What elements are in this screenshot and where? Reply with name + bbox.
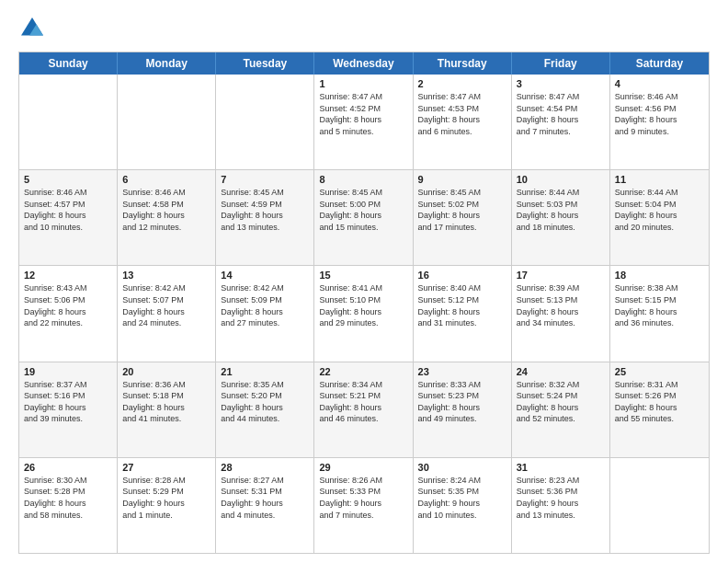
day-info-12: Sunrise: 8:43 AM Sunset: 5:06 PM Dayligh…: [24, 282, 112, 328]
page: SundayMondayTuesdayWednesdayThursdayFrid…: [0, 0, 728, 563]
day-number-30: 30: [418, 462, 506, 473]
day-number-12: 12: [24, 270, 112, 281]
calendar-cell-26: 26Sunrise: 8:30 AM Sunset: 5:28 PM Dayli…: [19, 458, 118, 553]
day-info-3: Sunrise: 8:47 AM Sunset: 4:54 PM Dayligh…: [517, 91, 605, 137]
calendar-cell-15: 15Sunrise: 8:41 AM Sunset: 5:10 PM Dayli…: [314, 266, 413, 361]
day-info-15: Sunrise: 8:41 AM Sunset: 5:10 PM Dayligh…: [319, 282, 407, 328]
day-info-22: Sunrise: 8:34 AM Sunset: 5:21 PM Dayligh…: [319, 379, 407, 425]
calendar-cell-6: 6Sunrise: 8:46 AM Sunset: 4:58 PM Daylig…: [118, 170, 216, 265]
day-info-13: Sunrise: 8:42 AM Sunset: 5:07 PM Dayligh…: [122, 282, 210, 328]
day-number-20: 20: [122, 366, 210, 377]
day-number-15: 15: [319, 270, 407, 281]
logo-icon: [18, 15, 46, 42]
day-number-16: 16: [418, 270, 506, 281]
calendar-cell-7: 7Sunrise: 8:45 AM Sunset: 4:59 PM Daylig…: [216, 170, 314, 265]
day-number-14: 14: [221, 270, 309, 281]
day-number-29: 29: [319, 462, 407, 473]
day-number-19: 19: [24, 366, 112, 377]
day-info-30: Sunrise: 8:24 AM Sunset: 5:35 PM Dayligh…: [418, 475, 506, 521]
day-info-6: Sunrise: 8:46 AM Sunset: 4:58 PM Dayligh…: [122, 187, 210, 233]
calendar-cell-31: 31Sunrise: 8:23 AM Sunset: 5:36 PM Dayli…: [512, 458, 610, 553]
calendar-cell-11: 11Sunrise: 8:44 AM Sunset: 5:04 PM Dayli…: [610, 170, 709, 265]
calendar-cell-17: 17Sunrise: 8:39 AM Sunset: 5:13 PM Dayli…: [512, 266, 610, 361]
calendar-cell-19: 19Sunrise: 8:37 AM Sunset: 5:16 PM Dayli…: [19, 362, 118, 457]
day-number-9: 9: [418, 174, 506, 185]
day-info-7: Sunrise: 8:45 AM Sunset: 4:59 PM Dayligh…: [221, 187, 309, 233]
day-info-16: Sunrise: 8:40 AM Sunset: 5:12 PM Dayligh…: [418, 282, 506, 328]
day-number-10: 10: [517, 174, 605, 185]
day-info-18: Sunrise: 8:38 AM Sunset: 5:15 PM Dayligh…: [615, 282, 704, 328]
day-number-21: 21: [221, 366, 309, 377]
calendar-cell-empty-0-0: [19, 75, 118, 169]
day-info-27: Sunrise: 8:28 AM Sunset: 5:29 PM Dayligh…: [122, 475, 210, 521]
day-number-22: 22: [319, 366, 407, 377]
day-info-28: Sunrise: 8:27 AM Sunset: 5:31 PM Dayligh…: [221, 475, 309, 521]
calendar-cell-22: 22Sunrise: 8:34 AM Sunset: 5:21 PM Dayli…: [314, 362, 413, 457]
header-day-saturday: Saturday: [610, 52, 709, 75]
day-number-24: 24: [517, 366, 605, 377]
logo: [18, 15, 50, 42]
calendar-cell-25: 25Sunrise: 8:31 AM Sunset: 5:26 PM Dayli…: [610, 362, 709, 457]
day-number-7: 7: [221, 174, 309, 185]
calendar-row-5: 26Sunrise: 8:30 AM Sunset: 5:28 PM Dayli…: [19, 457, 709, 553]
header-day-monday: Monday: [118, 52, 216, 75]
calendar-cell-9: 9Sunrise: 8:45 AM Sunset: 5:02 PM Daylig…: [414, 170, 512, 265]
calendar-cell-1: 1Sunrise: 8:47 AM Sunset: 4:52 PM Daylig…: [314, 75, 413, 169]
calendar-row-1: 1Sunrise: 8:47 AM Sunset: 4:52 PM Daylig…: [19, 75, 709, 169]
calendar-cell-4: 4Sunrise: 8:46 AM Sunset: 4:56 PM Daylig…: [610, 75, 709, 169]
calendar-cell-16: 16Sunrise: 8:40 AM Sunset: 5:12 PM Dayli…: [414, 266, 512, 361]
calendar-cell-empty-4-6: [610, 458, 709, 553]
day-info-25: Sunrise: 8:31 AM Sunset: 5:26 PM Dayligh…: [615, 379, 704, 425]
calendar-cell-20: 20Sunrise: 8:36 AM Sunset: 5:18 PM Dayli…: [118, 362, 216, 457]
header-day-wednesday: Wednesday: [314, 52, 413, 75]
calendar-header: SundayMondayTuesdayWednesdayThursdayFrid…: [19, 52, 709, 75]
header-day-tuesday: Tuesday: [216, 52, 314, 75]
day-number-26: 26: [24, 462, 112, 473]
calendar-cell-29: 29Sunrise: 8:26 AM Sunset: 5:33 PM Dayli…: [314, 458, 413, 553]
day-number-6: 6: [122, 174, 210, 185]
calendar-cell-30: 30Sunrise: 8:24 AM Sunset: 5:35 PM Dayli…: [414, 458, 512, 553]
day-number-2: 2: [418, 78, 506, 89]
calendar-row-4: 19Sunrise: 8:37 AM Sunset: 5:16 PM Dayli…: [19, 362, 709, 457]
calendar-cell-14: 14Sunrise: 8:42 AM Sunset: 5:09 PM Dayli…: [216, 266, 314, 361]
day-number-8: 8: [319, 174, 407, 185]
day-number-17: 17: [517, 270, 605, 281]
day-info-8: Sunrise: 8:45 AM Sunset: 5:00 PM Dayligh…: [319, 187, 407, 233]
day-number-13: 13: [122, 270, 210, 281]
day-number-11: 11: [615, 174, 704, 185]
day-number-25: 25: [615, 366, 704, 377]
day-number-4: 4: [615, 78, 704, 89]
day-info-17: Sunrise: 8:39 AM Sunset: 5:13 PM Dayligh…: [517, 282, 605, 328]
day-info-20: Sunrise: 8:36 AM Sunset: 5:18 PM Dayligh…: [122, 379, 210, 425]
header-day-friday: Friday: [512, 52, 610, 75]
day-number-23: 23: [418, 366, 506, 377]
day-info-31: Sunrise: 8:23 AM Sunset: 5:36 PM Dayligh…: [517, 475, 605, 521]
day-number-31: 31: [517, 462, 605, 473]
day-info-2: Sunrise: 8:47 AM Sunset: 4:53 PM Dayligh…: [418, 91, 506, 137]
day-info-5: Sunrise: 8:46 AM Sunset: 4:57 PM Dayligh…: [24, 187, 112, 233]
header-day-sunday: Sunday: [19, 52, 118, 75]
day-info-1: Sunrise: 8:47 AM Sunset: 4:52 PM Dayligh…: [319, 91, 407, 137]
calendar-cell-21: 21Sunrise: 8:35 AM Sunset: 5:20 PM Dayli…: [216, 362, 314, 457]
calendar-cell-10: 10Sunrise: 8:44 AM Sunset: 5:03 PM Dayli…: [512, 170, 610, 265]
header-day-thursday: Thursday: [414, 52, 512, 75]
day-number-5: 5: [24, 174, 112, 185]
day-number-1: 1: [319, 78, 407, 89]
day-info-19: Sunrise: 8:37 AM Sunset: 5:16 PM Dayligh…: [24, 379, 112, 425]
calendar-cell-13: 13Sunrise: 8:42 AM Sunset: 5:07 PM Dayli…: [118, 266, 216, 361]
calendar-body: 1Sunrise: 8:47 AM Sunset: 4:52 PM Daylig…: [19, 75, 709, 553]
calendar-cell-5: 5Sunrise: 8:46 AM Sunset: 4:57 PM Daylig…: [19, 170, 118, 265]
calendar-cell-empty-0-2: [216, 75, 314, 169]
calendar-cell-empty-0-1: [118, 75, 216, 169]
day-info-11: Sunrise: 8:44 AM Sunset: 5:04 PM Dayligh…: [615, 187, 704, 233]
day-number-3: 3: [517, 78, 605, 89]
day-info-21: Sunrise: 8:35 AM Sunset: 5:20 PM Dayligh…: [221, 379, 309, 425]
day-number-28: 28: [221, 462, 309, 473]
day-info-24: Sunrise: 8:32 AM Sunset: 5:24 PM Dayligh…: [517, 379, 605, 425]
day-info-4: Sunrise: 8:46 AM Sunset: 4:56 PM Dayligh…: [615, 91, 704, 137]
day-info-29: Sunrise: 8:26 AM Sunset: 5:33 PM Dayligh…: [319, 475, 407, 521]
calendar-row-3: 12Sunrise: 8:43 AM Sunset: 5:06 PM Dayli…: [19, 265, 709, 361]
header: [18, 15, 710, 42]
day-number-18: 18: [615, 270, 704, 281]
calendar-cell-3: 3Sunrise: 8:47 AM Sunset: 4:54 PM Daylig…: [512, 75, 610, 169]
